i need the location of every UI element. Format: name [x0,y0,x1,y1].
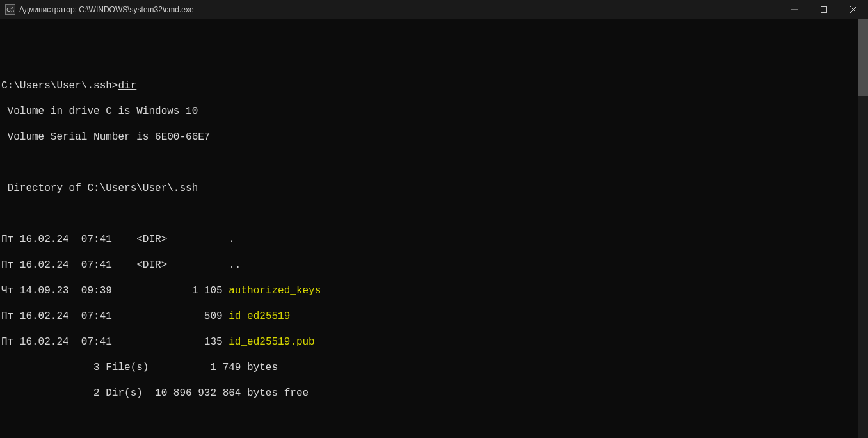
blank-line [1,156,867,169]
file-name: id_ed25519.pub [229,336,314,348]
output-line: Directory of C:\Users\User\.ssh [1,182,867,195]
window-controls [780,0,868,19]
dir-entry: Чт 14.09.23 09:39 1 105 authorized_keys [1,284,867,297]
blank-line [1,207,867,220]
prompt: C:\Users\User\.ssh> [1,80,118,92]
dir-entry: Пт 16.02.24 07:41 509 id_ed25519 [1,310,867,323]
close-button[interactable] [839,0,868,19]
close-icon [850,6,856,13]
maximize-icon [821,6,827,13]
window-title: Администратор: C:\WINDOWS\system32\cmd.e… [19,5,194,14]
scrollbar-thumb[interactable] [858,19,868,96]
dir-summary: 3 File(s) 1 749 bytes [1,361,867,374]
dir-entry-meta: Пт 16.02.24 07:41 509 [1,311,229,322]
output-line: Volume in drive C is Windows 10 [1,105,867,118]
output-line: Volume Serial Number is 6E00-66E7 [1,131,867,143]
cmd-window: C:\ Администратор: C:\WINDOWS\system32\c… [0,0,868,438]
file-name: id_ed25519 [229,311,290,322]
dir-entry: Пт 16.02.24 07:41 <DIR> .. [1,259,867,272]
minimize-icon [791,6,798,13]
file-name: authorized_keys [229,285,321,296]
dir-summary: 2 Dir(s) 10 896 932 864 bytes free [1,387,867,400]
blank-line [1,412,867,425]
svg-rect-1 [821,7,827,13]
maximize-button[interactable] [809,0,839,19]
minimize-button[interactable] [780,0,809,19]
dir-entry-meta: Пт 16.02.24 07:41 135 [1,336,229,348]
cmd-icon: C:\ [5,4,15,15]
terminal-area[interactable]: C:\Users\User\.ssh>dir Volume in drive C… [0,19,868,438]
command-dir: dir [118,80,136,92]
dir-entry-meta: Чт 14.09.23 09:39 1 105 [1,285,229,296]
dir-entry: Пт 16.02.24 07:41 135 id_ed25519.pub [1,336,867,348]
dir-entry: Пт 16.02.24 07:41 <DIR> . [1,233,867,246]
cmd-icon-glyph: C:\ [6,7,14,13]
titlebar[interactable]: C:\ Администратор: C:\WINDOWS\system32\c… [0,0,868,19]
